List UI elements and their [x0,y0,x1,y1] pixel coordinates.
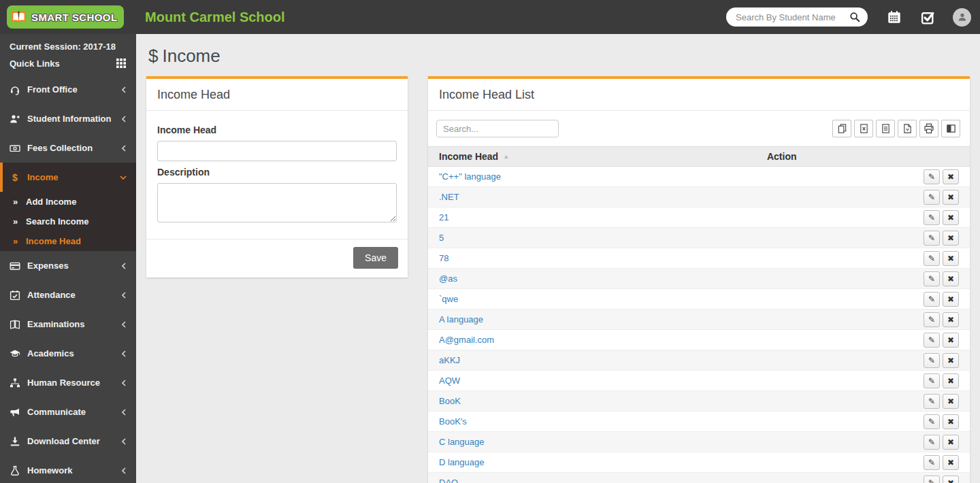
quick-links-label: Quick Links [10,59,60,69]
grid-icon [116,58,127,69]
delete-button[interactable]: ✖ [943,312,959,327]
edit-button[interactable]: ✎ [924,373,940,388]
income-head-link[interactable]: D language [439,457,485,467]
sidebar-item-human-resource[interactable]: Human Resource [0,368,136,397]
income-head-link[interactable]: DAO [439,478,458,483]
edit-button[interactable]: ✎ [924,435,940,450]
tasks-check-icon[interactable] [921,10,935,24]
delete-button[interactable]: ✖ [943,476,959,483]
delete-button[interactable]: ✖ [943,394,959,409]
double-arrow-icon: » [13,197,26,207]
save-button[interactable]: Save [353,247,398,269]
calendar-icon[interactable] [887,10,901,24]
sidebar-item-homework[interactable]: Homework [0,456,136,483]
edit-button[interactable]: ✎ [924,455,940,470]
chevron-left-icon [121,263,127,269]
income-head-link[interactable]: A language [439,314,483,324]
csv-export-button[interactable] [876,120,895,137]
student-search-input[interactable] [736,12,848,22]
income-head-link[interactable]: `qwe [439,294,458,304]
delete-button[interactable]: ✖ [943,231,959,246]
income-head-link[interactable]: BooK [439,396,461,406]
edit-button[interactable]: ✎ [924,476,940,483]
edit-button[interactable]: ✎ [924,353,940,368]
delete-button[interactable]: ✖ [943,190,959,205]
edit-button[interactable]: ✎ [924,231,940,246]
edit-button[interactable]: ✎ [924,312,940,327]
income-head-link[interactable]: AQW [439,376,460,386]
income-head-link[interactable]: C language [439,437,485,447]
x-icon: ✖ [947,234,954,242]
avatar[interactable] [953,8,971,27]
edit-button[interactable]: ✎ [924,190,940,205]
excel-icon [859,123,869,134]
delete-button[interactable]: ✖ [943,210,959,225]
delete-button[interactable]: ✖ [943,373,959,388]
income-head-link[interactable]: .NET [439,192,459,202]
edit-button[interactable]: ✎ [924,169,940,184]
delete-button[interactable]: ✖ [943,414,959,429]
quick-links[interactable]: Quick Links [0,52,136,75]
sidebar-subitem-search-income[interactable]: » Search Income [0,212,136,231]
flask-icon [10,465,27,476]
sidebar-subitem-income-head[interactable]: » Income Head [0,231,136,251]
income-head-link[interactable]: A@gmail.com [439,335,494,345]
delete-button[interactable]: ✖ [943,251,959,266]
column-visibility-button[interactable] [941,120,960,137]
edit-button[interactable]: ✎ [924,333,940,348]
delete-button[interactable]: ✖ [943,271,959,286]
delete-button[interactable]: ✖ [943,435,959,450]
double-arrow-icon: » [13,236,26,246]
chevron-left-icon [121,145,127,152]
income-head-link[interactable]: BooK's [439,416,467,427]
chevron-left-icon [121,350,127,357]
svg-text:$: $ [12,172,18,183]
sidebar-item-attendance[interactable]: Attendance [0,280,136,310]
column-header-income-head[interactable]: Income Head▲ [428,147,756,167]
copy-button[interactable] [832,120,851,137]
edit-button[interactable]: ✎ [924,414,940,429]
delete-button[interactable]: ✖ [943,333,959,348]
income-head-link[interactable]: 21 [439,212,448,222]
income-head-link[interactable]: aKKJ [439,355,460,365]
sidebar-item-academics[interactable]: Academics [0,339,136,368]
delete-button[interactable]: ✖ [943,292,959,307]
description-textarea[interactable] [157,183,397,222]
income-head-link[interactable]: 5 [439,233,444,243]
bullhorn-icon [10,407,27,418]
edit-button[interactable]: ✎ [924,210,940,225]
sidebar-item-fees-collection[interactable]: Fees Collection [0,133,136,163]
income-head-link[interactable]: @as [439,273,457,284]
x-icon: ✖ [947,479,954,483]
income-head-input[interactable] [157,141,397,161]
app-logo[interactable]: SMART SCHOOL [7,5,124,29]
sidebar-subitem-add-income[interactable]: » Add Income [0,192,136,212]
print-button[interactable] [919,120,938,137]
edit-button[interactable]: ✎ [924,251,940,266]
excel-export-button[interactable] [854,120,873,137]
edit-button[interactable]: ✎ [924,292,940,307]
income-head-link[interactable]: 78 [439,253,448,263]
table-search-input[interactable] [436,120,559,137]
sidebar-item-expenses[interactable]: Expenses [0,251,136,280]
chevron-down-icon [120,175,127,180]
sidebar-item-front-office[interactable]: Front Office [0,75,136,104]
sidebar-item-examinations[interactable]: Examinations [0,310,136,339]
edit-button[interactable]: ✎ [924,394,940,409]
pdf-export-button[interactable] [898,120,917,137]
delete-button[interactable]: ✖ [943,169,959,184]
pdf-icon [902,123,913,134]
income-head-link[interactable]: "C++" language [439,171,501,182]
edit-button[interactable]: ✎ [924,271,940,286]
pencil-icon: ✎ [928,418,935,426]
table-row: D language✎✖ [428,452,970,473]
sidebar-item-communicate[interactable]: Communicate [0,397,136,427]
table-row: 78✎✖ [428,248,970,269]
delete-button[interactable]: ✖ [943,353,959,368]
column-header-action: Action [756,147,970,167]
sidebar-item-income[interactable]: $ Income [0,163,136,192]
sidebar-item-download-center[interactable]: Download Center [0,427,136,456]
delete-button[interactable]: ✖ [943,455,959,470]
sidebar-item-student-information[interactable]: Student Information [0,104,136,133]
search-icon[interactable] [848,10,862,24]
